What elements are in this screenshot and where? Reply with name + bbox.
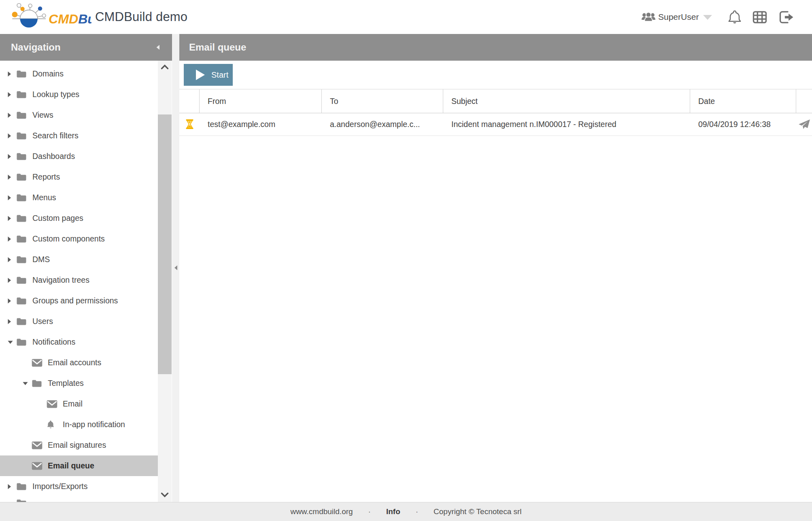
cmdbuild-logo-icon[interactable]: CMDBuild® — [11, 3, 91, 31]
users-icon[interactable] — [641, 10, 656, 24]
scroll-down-icon[interactable] — [161, 492, 169, 498]
folder-icon — [16, 482, 27, 491]
email-table-body[interactable]: test@example.coma.anderson@example.c...I… — [179, 113, 812, 136]
nav-item-label: Custom pages — [32, 208, 83, 229]
folder-icon — [16, 499, 27, 502]
paper-plane-icon[interactable] — [798, 119, 810, 130]
envelope-icon — [32, 359, 43, 367]
folder-icon — [16, 276, 27, 284]
nav-item-custom-components[interactable]: Custom components — [0, 229, 158, 249]
table-grid-icon[interactable] — [752, 11, 767, 23]
folder-icon — [16, 297, 27, 305]
folder-icon — [16, 131, 27, 140]
email-queue-panel: Start FromToSubjectDate test@example.com… — [179, 61, 812, 502]
nav-item-domains[interactable]: Domains — [0, 64, 158, 84]
nav-item-label: Menus — [32, 187, 56, 208]
envelope-icon — [32, 462, 43, 470]
nav-item-imports-exports[interactable]: Imports/Exports — [0, 476, 158, 497]
nav-item-email[interactable]: Email — [0, 394, 158, 414]
column-header-subject[interactable]: Subject — [443, 89, 690, 113]
footer-separator: · — [416, 507, 418, 516]
caret-right-icon[interactable] — [7, 277, 11, 283]
caret-right-icon[interactable] — [7, 215, 11, 221]
folder-icon — [16, 338, 27, 346]
footer-copyright: Copyright © Tecnoteca srl — [434, 507, 521, 516]
footer-separator: · — [368, 507, 371, 516]
caret-right-icon[interactable] — [7, 133, 11, 139]
nav-scrollbar[interactable] — [158, 61, 172, 502]
nav-item-search-filters[interactable]: Search filters — [0, 125, 158, 146]
column-header-blank — [796, 89, 812, 113]
nav-item-notifications[interactable]: Notifications — [0, 332, 158, 352]
scroll-up-icon[interactable] — [161, 64, 169, 70]
start-button[interactable]: Start — [184, 64, 233, 86]
content-title: Email queue — [189, 34, 246, 61]
user-menu[interactable]: SuperUser — [658, 0, 699, 34]
nav-item-dms[interactable]: DMS — [0, 249, 158, 270]
nav-item-label: Lookup types — [32, 84, 79, 105]
panel-splitter[interactable] — [172, 34, 179, 502]
nav-item-label: Templates — [48, 373, 84, 394]
nav-item-label: Email — [63, 394, 83, 414]
hourglass-icon — [185, 119, 194, 129]
caret-right-icon[interactable] — [7, 112, 11, 118]
nav-item-menus[interactable]: Menus — [0, 187, 158, 208]
nav-item-label: Notifications — [32, 332, 75, 352]
column-header-date[interactable]: Date — [690, 89, 796, 113]
nav-item-label: In-app notification — [63, 414, 125, 435]
caret-down-icon[interactable] — [22, 381, 28, 385]
nav-item-label: Email queue — [48, 455, 94, 476]
navigation-title: Navigation — [11, 34, 61, 61]
caret-right-icon[interactable] — [7, 236, 11, 242]
folder-icon — [16, 70, 27, 78]
content-panel-header: Email queue — [179, 34, 812, 61]
caret-down-icon[interactable] — [7, 340, 13, 344]
caret-right-icon[interactable] — [7, 174, 11, 180]
caret-right-icon[interactable] — [7, 483, 11, 489]
nav-item-navigation-trees[interactable]: Navigation trees — [0, 270, 158, 290]
caret-right-icon[interactable] — [7, 195, 11, 201]
nav-item-label: Navigation trees — [32, 270, 89, 290]
nav-item-email-queue[interactable]: Email queue — [0, 455, 158, 476]
caret-right-icon[interactable] — [7, 91, 11, 97]
caret-right-icon[interactable] — [7, 153, 11, 159]
nav-item-reports[interactable]: Reports — [0, 167, 158, 187]
bell-icon[interactable] — [727, 10, 742, 25]
splitter-collapse-icon[interactable] — [174, 265, 178, 271]
caret-down-icon[interactable] — [703, 15, 712, 20]
footer-info-link[interactable]: Info — [386, 507, 400, 516]
nav-item-lookup-types[interactable]: Lookup types — [0, 84, 158, 105]
nav-scrollbar-thumb[interactable] — [158, 114, 172, 374]
caret-right-icon[interactable] — [7, 256, 11, 263]
envelope-icon — [47, 400, 57, 408]
nav-item-dashboards[interactable]: Dashboards — [0, 146, 158, 167]
nav-item-in-app-notification[interactable]: In-app notification — [0, 414, 158, 435]
nav-item-label: Email signatures — [48, 435, 106, 455]
nav-item-views[interactable]: Views — [0, 105, 158, 125]
caret-right-icon[interactable] — [7, 318, 11, 324]
to-cell: a.anderson@example.c... — [322, 113, 443, 136]
folder-icon — [16, 193, 27, 202]
nav-item-label: DMS — [32, 249, 50, 270]
nav-item-email-signatures[interactable]: Email signatures — [0, 435, 158, 455]
caret-right-icon[interactable] — [7, 71, 11, 77]
nav-item-label: Search filters — [32, 125, 79, 146]
nav-item-users[interactable]: Users — [0, 311, 158, 332]
folder-icon — [16, 317, 27, 326]
column-header-from[interactable]: From — [200, 89, 322, 113]
nav-item-label: Imports/Exports — [32, 476, 88, 497]
nav-item-templates[interactable]: Templates — [0, 373, 158, 394]
email-table-header: FromToSubjectDate — [179, 89, 812, 113]
sign-out-icon[interactable] — [779, 11, 794, 23]
collapse-panel-icon[interactable] — [156, 44, 160, 50]
caret-right-icon[interactable] — [7, 298, 11, 304]
column-header-to[interactable]: To — [322, 89, 443, 113]
nav-item-groups-and-permissions[interactable]: Groups and permissions — [0, 290, 158, 311]
footer-site-link[interactable]: www.cmdbuild.org — [290, 507, 353, 516]
date-cell: 09/04/2019 12:46:38 — [690, 113, 796, 136]
nav-item-custom-pages[interactable]: Custom pages — [0, 208, 158, 229]
nav-item-email-accounts[interactable]: Email accounts — [0, 352, 158, 373]
status-cell — [179, 113, 200, 136]
column-header-blank — [179, 89, 200, 113]
folder-icon — [16, 173, 27, 181]
